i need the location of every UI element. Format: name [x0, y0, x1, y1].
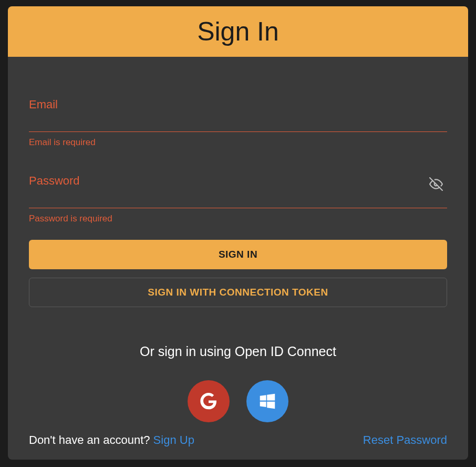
- reset-password-link[interactable]: Reset Password: [363, 433, 447, 447]
- oidc-providers: [29, 380, 447, 422]
- card-header: Sign In: [8, 6, 468, 57]
- page-title: Sign In: [197, 16, 279, 47]
- oidc-google-button[interactable]: [188, 380, 230, 422]
- card-body: Email Email is required Password Passwor…: [8, 57, 468, 422]
- toggle-password-visibility-button[interactable]: [428, 176, 444, 192]
- email-error: Email is required: [29, 137, 447, 148]
- signup-prompt-text: Don't have an account?: [29, 433, 153, 446]
- password-label: Password: [29, 174, 447, 188]
- password-input[interactable]: [29, 192, 447, 208]
- password-field-group: Password Password is required: [29, 174, 447, 224]
- google-icon: [198, 391, 219, 412]
- windows-icon: [257, 391, 277, 411]
- email-label: Email: [29, 98, 447, 111]
- signin-button[interactable]: SIGN IN: [29, 240, 447, 269]
- oidc-microsoft-button[interactable]: [246, 380, 288, 422]
- email-field-group: Email Email is required: [29, 98, 447, 148]
- eye-off-icon: [429, 177, 443, 191]
- signin-token-button[interactable]: SIGN IN WITH CONNECTION TOKEN: [29, 278, 447, 307]
- signup-link[interactable]: Sign Up: [153, 433, 194, 446]
- oidc-heading: Or sign in using Open ID Connect: [29, 344, 447, 359]
- card-footer: Don't have an account? Sign Up Reset Pas…: [29, 433, 447, 447]
- signin-card: Sign In Email Email is required Password…: [8, 6, 468, 460]
- signup-prompt-wrap: Don't have an account? Sign Up: [29, 433, 194, 447]
- password-error: Password is required: [29, 214, 447, 224]
- email-input[interactable]: [29, 116, 447, 132]
